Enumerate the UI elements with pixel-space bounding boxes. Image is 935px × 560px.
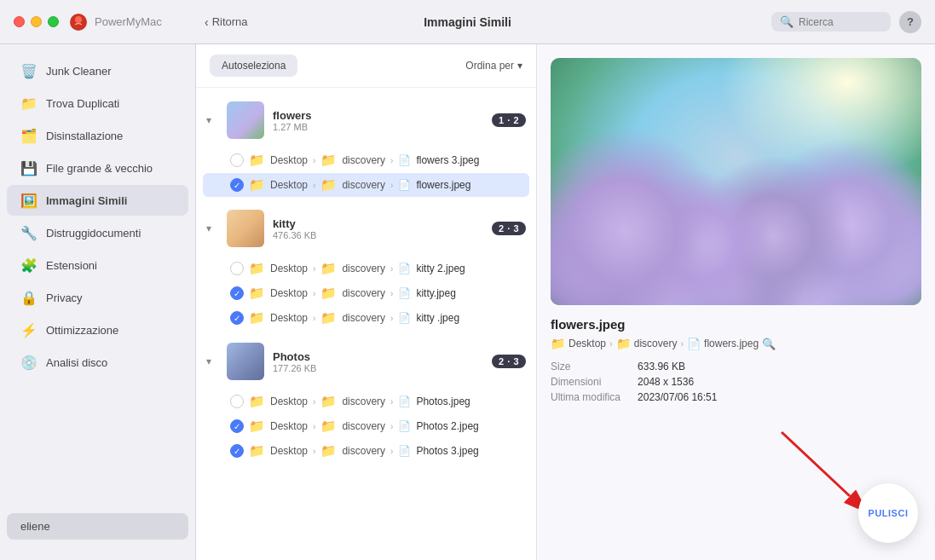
dimensions-label: Dimensioni <box>551 376 620 388</box>
arrow-right-icon: › <box>313 156 315 165</box>
red-arrow <box>765 424 867 509</box>
sidebar-item-disinstallazione[interactable]: 🗂️ Disinstallazione <box>7 120 188 151</box>
list-item[interactable]: 📁 Desktop › 📁 discovery › 📄 flowers 3.jp… <box>203 148 529 172</box>
file-icon: 📄 <box>398 154 411 166</box>
sidebar-item-privacy[interactable]: 🔒 Privacy <box>7 282 188 313</box>
sidebar-item-label: Ottimizzazione <box>46 324 118 337</box>
path-file-preview: flowers.jpeg <box>704 338 759 349</box>
sidebar-item-analisi-disco[interactable]: 💿 Analisi disco <box>7 347 188 378</box>
sidebar-item-distruggi-documenti[interactable]: 🔧 Distruggidocumenti <box>7 217 188 248</box>
folder-icon: 📁 <box>320 153 337 168</box>
group-toggle-flowers[interactable]: ▾ <box>206 114 218 126</box>
folder-icon: 📁 <box>551 337 565 350</box>
file-name: kitty 2.jpeg <box>416 263 465 274</box>
sidebar-item-label: Disinstallazione <box>46 130 123 142</box>
preview-panel: flowers.jpeg 📁 Desktop › 📁 discovery › 📄… <box>537 44 935 560</box>
minimize-button[interactable] <box>31 16 42 27</box>
sidebar-item-file-grande[interactable]: 💾 File grande & vecchio <box>7 153 188 183</box>
sidebar-item-trova-duplicati[interactable]: 📁 Trova Duplicati <box>7 88 188 118</box>
arrow-right-icon: › <box>313 314 315 323</box>
path-discovery: discovery <box>342 179 385 191</box>
back-label: Ritorna <box>212 15 248 28</box>
sidebar-item-immagini-simili[interactable]: 🖼️ Immagini Simili <box>7 185 188 216</box>
file-checkbox-checked[interactable] <box>230 311 244 325</box>
pulisci-button[interactable]: PULISCI <box>858 483 918 543</box>
group-photos-header[interactable]: ▾ Photos 177.26 KB 2 · 3 <box>196 336 536 387</box>
file-name: kitty.jpeg <box>416 287 455 299</box>
arrow-right-icon: › <box>313 447 315 456</box>
group-photos-thumb <box>227 343 264 380</box>
list-item[interactable]: 📁 Desktop › 📁 discovery › 📄 Photos 2.jpe… <box>203 414 529 438</box>
path-discovery: discovery <box>342 287 385 299</box>
file-name: kitty .jpeg <box>416 312 459 324</box>
list-item[interactable]: 📁 Desktop › 📁 discovery › 📄 kitty 2.jpeg <box>203 257 529 280</box>
flowers-overlay <box>551 58 921 305</box>
file-checkbox-checked[interactable] <box>230 178 244 192</box>
group-toggle-photos[interactable]: ▾ <box>206 355 218 367</box>
file-checkbox-checked[interactable] <box>230 286 244 300</box>
window-controls <box>14 16 59 27</box>
group-flowers-name: flowers <box>273 109 483 122</box>
sidebar-item-estensioni[interactable]: 🧩 Estensioni <box>7 250 188 280</box>
file-icon: 📄 <box>398 263 411 274</box>
group-toggle-kitty[interactable]: ▾ <box>206 222 218 234</box>
group-kitty-thumb <box>227 210 264 247</box>
sort-button[interactable]: Ordina per ▾ <box>465 60 522 72</box>
list-item[interactable]: 📁 Desktop › 📁 discovery › 📄 kitty .jpeg <box>203 306 529 330</box>
group-kitty-header[interactable]: ▾ kitty 476.36 KB 2 · 3 <box>196 203 536 254</box>
sidebar-item-junk-cleaner[interactable]: 🗑️ Junk Cleaner <box>7 55 188 86</box>
file-checkbox-checked[interactable] <box>230 444 244 458</box>
maximize-button[interactable] <box>48 16 59 27</box>
group-kitty-info: kitty 476.36 KB <box>273 217 483 240</box>
help-button[interactable]: ? <box>899 11 921 33</box>
file-checkbox[interactable] <box>230 153 244 167</box>
arrow-right-icon: › <box>390 289 393 298</box>
path-sep-2: › <box>680 338 684 349</box>
junk-cleaner-icon: 🗑️ <box>20 62 38 79</box>
search-input[interactable] <box>799 16 882 28</box>
back-button[interactable]: ‹ Ritorna <box>205 15 248 29</box>
ottimizzazione-icon: ⚡ <box>20 321 38 338</box>
path-search-icon[interactable]: 🔍 <box>762 338 776 350</box>
sidebar-item-label: Analisi disco <box>46 356 107 369</box>
file-checkbox[interactable] <box>230 262 244 275</box>
file-checkbox[interactable] <box>230 395 244 408</box>
trova-duplicati-icon: 📁 <box>20 95 38 112</box>
path-discovery: discovery <box>342 263 385 274</box>
file-grande-icon: 💾 <box>20 159 38 176</box>
autoselect-button[interactable]: Autoseleziona <box>210 55 297 77</box>
file-list: ▾ flowers 1.27 MB 1 · 2 📁 Desktop › 📁 <box>196 88 536 560</box>
path-desktop-preview: Desktop <box>569 338 606 349</box>
list-item[interactable]: 📁 Desktop › 📁 discovery › 📄 Photos.jpeg <box>203 390 529 413</box>
group-kitty-files: 📁 Desktop › 📁 discovery › 📄 kitty 2.jpeg… <box>196 254 536 336</box>
folder-icon: 📁 <box>249 261 265 276</box>
arrow-right-icon: › <box>390 156 393 165</box>
path-desktop: Desktop <box>270 154 308 166</box>
sidebar-item-ottimizzazione[interactable]: ⚡ Ottimizzazione <box>7 315 188 345</box>
group-flowers-size: 1.27 MB <box>273 122 483 132</box>
folder-icon: 📁 <box>320 419 337 434</box>
group-kitty-name: kitty <box>273 217 483 230</box>
arrow-right-icon: › <box>390 447 393 456</box>
group-flowers-header[interactable]: ▾ flowers 1.27 MB 1 · 2 <box>196 95 536 146</box>
group-photos-name: Photos <box>273 350 483 363</box>
file-icon: 📄 <box>398 420 411 432</box>
user-button[interactable]: eliene <box>7 513 188 540</box>
list-item[interactable]: 📁 Desktop › 📁 discovery › 📄 kitty.jpeg <box>203 281 529 305</box>
path-desktop: Desktop <box>270 420 308 432</box>
list-item[interactable]: 📁 Desktop › 📁 discovery › 📄 Photos 3.jpe… <box>203 439 529 463</box>
path-sep-1: › <box>609 338 613 349</box>
pulisci-container: PULISCI <box>858 483 918 543</box>
folder-icon: 📁 <box>249 419 265 434</box>
immagini-simili-icon: 🖼️ <box>20 192 38 209</box>
search-box[interactable]: 🔍 <box>771 12 891 32</box>
file-name: flowers.jpeg <box>416 179 470 191</box>
list-item[interactable]: 📁 Desktop › 📁 discovery › 📄 flowers.jpeg <box>203 173 529 197</box>
sidebar-item-label: Distruggidocumenti <box>46 227 141 240</box>
sidebar: 🗑️ Junk Cleaner 📁 Trova Duplicati 🗂️ Dis… <box>0 44 196 560</box>
file-checkbox-checked[interactable] <box>230 419 244 433</box>
group-flowers-badge: 1 · 2 <box>492 113 526 127</box>
close-button[interactable] <box>14 16 25 27</box>
path-desktop: Desktop <box>270 263 308 274</box>
page-title: Immagini Simili <box>424 15 511 29</box>
